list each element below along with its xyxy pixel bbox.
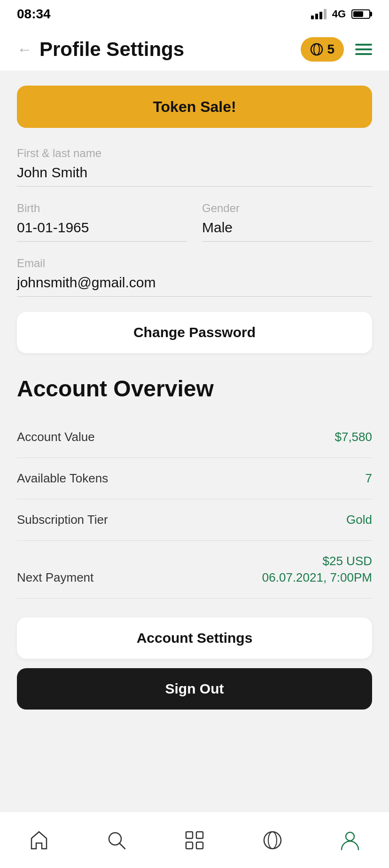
name-field-group: First & last name John Smith	[17, 147, 372, 187]
nav-item-home[interactable]	[28, 829, 50, 852]
account-value-row: Account Value $7,580	[17, 417, 372, 458]
next-payment-amount: $25 USD	[323, 554, 373, 568]
back-button[interactable]: ←	[17, 42, 32, 57]
token-badge-icon	[310, 43, 323, 56]
svg-point-1	[314, 44, 319, 55]
account-settings-button[interactable]: Account Settings	[17, 617, 372, 659]
change-password-button[interactable]: Change Password	[17, 312, 372, 353]
email-value[interactable]: johnsmith@gmail.com	[17, 275, 372, 297]
status-time: 08:34	[17, 7, 51, 22]
email-field-group: Email johnsmith@gmail.com	[17, 257, 372, 297]
nav-item-scan[interactable]	[183, 829, 206, 852]
token-badge[interactable]: 5	[301, 37, 344, 62]
bottom-nav	[0, 812, 389, 868]
gender-value[interactable]: Male	[202, 220, 372, 242]
token-count: 5	[327, 42, 335, 57]
nav-item-profile[interactable]	[339, 829, 361, 852]
birth-label: Birth	[17, 202, 187, 215]
account-overview-section: Account Overview Account Value $7,580 Av…	[17, 376, 372, 599]
search-icon	[105, 829, 128, 852]
next-payment-date: 06.07.2021, 7:00PM	[262, 570, 372, 585]
next-payment-value: $25 USD 06.07.2021, 7:00PM	[262, 554, 372, 585]
menu-button[interactable]	[355, 44, 372, 55]
subscription-tier-row: Subscription Tier Gold	[17, 499, 372, 541]
signal-bars-icon	[311, 9, 327, 19]
birth-gender-row: Birth 01-01-1965 Gender Male	[17, 202, 372, 242]
svg-point-9	[268, 832, 277, 849]
available-tokens-amount: 7	[366, 471, 372, 486]
profile-icon	[339, 829, 361, 852]
page-title: Profile Settings	[39, 38, 184, 61]
home-icon	[28, 829, 50, 852]
svg-rect-5	[196, 832, 203, 838]
birth-field-group: Birth 01-01-1965	[17, 202, 187, 242]
token-sale-banner[interactable]: Token Sale!	[17, 86, 372, 128]
header: ← Profile Settings 5	[0, 28, 389, 71]
svg-rect-7	[196, 842, 203, 849]
next-payment-row: Next Payment $25 USD 06.07.2021, 7:00PM	[17, 541, 372, 599]
status-bar: 08:34 4G	[0, 0, 389, 28]
gender-label: Gender	[202, 202, 372, 215]
nav-item-search[interactable]	[105, 829, 128, 852]
subscription-tier-value: Gold	[346, 513, 372, 527]
name-value[interactable]: John Smith	[17, 165, 372, 187]
svg-point-8	[264, 832, 281, 849]
account-value-label: Account Value	[17, 430, 95, 444]
subscription-tier-label: Subscription Tier	[17, 513, 108, 527]
svg-point-0	[311, 44, 322, 55]
network-type: 4G	[332, 8, 346, 20]
email-label: Email	[17, 257, 372, 270]
header-left: ← Profile Settings	[17, 38, 184, 61]
svg-rect-4	[186, 832, 193, 838]
account-value-amount: $7,580	[335, 430, 372, 444]
content-area: Token Sale! First & last name John Smith…	[0, 71, 389, 743]
svg-rect-6	[186, 842, 193, 849]
token-icon	[261, 829, 284, 852]
status-icons: 4G	[311, 8, 372, 20]
available-tokens-label: Available Tokens	[17, 471, 108, 486]
scan-icon	[183, 829, 206, 852]
nav-item-token[interactable]	[261, 829, 284, 852]
account-overview-title: Account Overview	[17, 376, 372, 402]
battery-icon	[351, 9, 372, 19]
token-sale-text: Token Sale!	[153, 98, 236, 116]
available-tokens-row: Available Tokens 7	[17, 458, 372, 499]
svg-point-10	[346, 832, 354, 841]
name-label: First & last name	[17, 147, 372, 160]
sign-out-button[interactable]: Sign Out	[17, 668, 372, 710]
next-payment-label: Next Payment	[17, 570, 93, 585]
header-right: 5	[301, 37, 372, 62]
svg-line-3	[119, 843, 125, 849]
birth-value[interactable]: 01-01-1965	[17, 220, 187, 242]
gender-field-group: Gender Male	[202, 202, 372, 242]
